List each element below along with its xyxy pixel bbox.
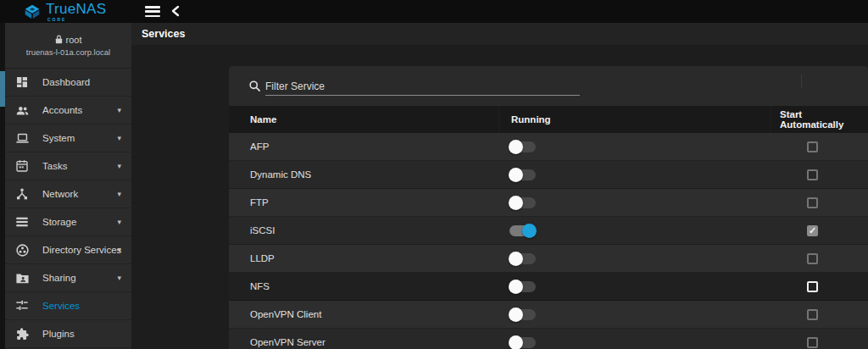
sidebar-item-label: Services [42, 301, 80, 311]
vertical-divider [801, 75, 802, 88]
sidebar-item-system[interactable]: System ▾ [5, 125, 131, 152]
sidebar-item-services[interactable]: Services [5, 292, 131, 320]
user-info-block: root truenas-l-01a.corp.local [5, 23, 131, 69]
column-header-running[interactable]: Running [500, 106, 770, 133]
service-name: AFP [229, 141, 498, 152]
table-row: OpenVPN Server [229, 329, 868, 349]
services-icon [14, 298, 30, 313]
table-row: FTP [229, 189, 868, 217]
truenas-app-window: TrueNAS CORE root truenas-l-01a.corp.loc… [0, 0, 868, 349]
username: root [66, 35, 82, 45]
chevron-down-icon: ▾ [117, 106, 121, 114]
dashboard-icon [14, 75, 30, 90]
running-toggle[interactable] [509, 253, 536, 264]
running-toggle[interactable] [509, 337, 536, 348]
start-automatically-checkbox[interactable] [807, 253, 818, 264]
sidebar-item-dashboard[interactable]: Dashboard [5, 69, 131, 97]
truenas-logo[interactable]: TrueNAS CORE [24, 2, 106, 22]
table-row: AFP [229, 133, 868, 161]
sidebar-item-label: Dashboard [42, 77, 90, 87]
start-automatically-checkbox[interactable] [807, 309, 818, 320]
running-toggle[interactable] [509, 309, 536, 320]
running-toggle[interactable] [509, 141, 536, 152]
collapse-sidebar-icon[interactable] [170, 5, 181, 20]
service-name: iSCSI [229, 225, 498, 235]
service-name: OpenVPN Client [229, 309, 498, 319]
start-automatically-checkbox[interactable] [807, 169, 818, 180]
sidebar-item-accounts[interactable]: Accounts ▾ [5, 97, 131, 125]
filter-service-input[interactable] [265, 77, 580, 96]
content-area: Name Running Start Automatically AFP Dyn… [131, 45, 868, 349]
system-icon [14, 130, 30, 146]
sidebar-item-tasks[interactable]: Tasks ▾ [5, 152, 131, 180]
table-row: Dynamic DNS [229, 161, 868, 189]
search-icon [248, 80, 261, 96]
service-name: FTP [229, 197, 498, 208]
filter-bar [229, 66, 868, 106]
service-name: LLDP [229, 253, 498, 263]
network-icon [14, 186, 30, 202]
sidebar-item-label: Network [42, 189, 78, 199]
running-toggle[interactable] [509, 197, 536, 208]
start-automatically-checkbox[interactable]: ✓ [807, 225, 818, 236]
tasks-icon [14, 158, 30, 174]
sidebar-item-label: Accounts [42, 105, 82, 115]
running-toggle[interactable] [509, 169, 536, 180]
sidebar-item-network[interactable]: Network ▾ [5, 180, 131, 208]
table-row: OpenVPN Client [229, 301, 868, 329]
start-automatically-checkbox[interactable] [807, 197, 818, 208]
running-toggle[interactable] [509, 225, 536, 236]
sidebar-item-sharing[interactable]: Sharing ▾ [5, 264, 131, 292]
top-bar: TrueNAS CORE [0, 0, 868, 23]
sidebar: root truenas-l-01a.corp.local Dashboard … [5, 23, 131, 349]
menu-icon[interactable] [145, 6, 160, 17]
start-automatically-checkbox[interactable] [807, 281, 818, 292]
storage-icon [14, 214, 30, 230]
table-row: NFS [229, 273, 868, 301]
lock-icon [55, 35, 63, 44]
table-row: LLDP [229, 245, 868, 273]
table-header: Name Running Start Automatically [229, 106, 868, 133]
service-name: Dynamic DNS [229, 169, 498, 180]
sidebar-item-label: Tasks [42, 161, 67, 171]
plugins-icon [14, 326, 30, 341]
page-title: Services [142, 28, 185, 40]
sidebar-item-label: Plugins [42, 329, 75, 339]
sidebar-item-plugins[interactable]: Plugins [5, 320, 131, 348]
sidebar-item-label: Sharing [42, 273, 76, 283]
chevron-down-icon: ▾ [117, 134, 121, 142]
logo-text: TrueNAS [46, 2, 106, 17]
sidebar-item-label: Directory Services [42, 245, 121, 255]
accounts-icon [14, 102, 30, 118]
page-header: Services [131, 23, 868, 45]
start-automatically-checkbox[interactable] [807, 337, 818, 348]
chevron-down-icon: ▾ [117, 162, 121, 170]
sidebar-item-storage[interactable]: Storage ▾ [5, 208, 131, 236]
services-card: Name Running Start Automatically AFP Dyn… [229, 66, 868, 349]
start-automatically-checkbox[interactable] [807, 141, 818, 152]
truenas-logo-icon [24, 3, 41, 20]
directory-services-icon [14, 242, 30, 258]
table-row: iSCSI ✓ [229, 217, 868, 245]
logo-subtext: CORE [47, 17, 106, 22]
running-toggle[interactable] [509, 281, 536, 292]
sharing-icon [14, 270, 30, 285]
sidebar-item-directory-services[interactable]: Directory Services ▾ [5, 236, 131, 264]
service-name: NFS [229, 281, 498, 291]
hostname: truenas-l-01a.corp.local [26, 47, 110, 57]
chevron-down-icon: ▾ [117, 218, 121, 226]
chevron-down-icon: ▾ [117, 246, 121, 254]
table-body: AFP Dynamic DNS FTP [229, 133, 868, 349]
chevron-down-icon: ▾ [117, 190, 121, 198]
column-header-start-automatically[interactable]: Start Automatically [771, 106, 868, 133]
sidebar-item-label: System [42, 133, 75, 143]
sidebar-item-label: Storage [42, 217, 76, 227]
service-name: OpenVPN Server [229, 337, 498, 347]
column-header-name[interactable]: Name [229, 106, 498, 133]
chevron-down-icon: ▾ [117, 274, 121, 282]
